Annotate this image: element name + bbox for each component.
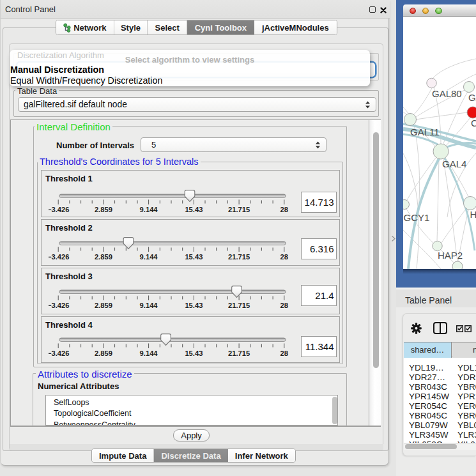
svg-text:GAL4: GAL4 <box>442 158 466 169</box>
svg-text:−3.426: −3.426 <box>49 349 69 357</box>
svg-text:28: 28 <box>280 253 288 261</box>
svg-text:21.715: 21.715 <box>228 206 250 213</box>
svg-text:9.144: 9.144 <box>140 206 158 213</box>
svg-text:15.43: 15.43 <box>185 301 203 309</box>
svg-text:21.715: 21.715 <box>228 349 250 357</box>
svg-text:2.859: 2.859 <box>95 301 112 309</box>
svg-text:21.715: 21.715 <box>228 253 250 261</box>
svg-text:GAL11: GAL11 <box>410 127 440 137</box>
svg-text:GAL80: GAL80 <box>468 92 476 103</box>
svg-text:15.43: 15.43 <box>185 349 203 357</box>
svg-text:−3.426: −3.426 <box>49 301 69 309</box>
svg-text:GCY1: GCY1 <box>404 212 430 223</box>
svg-text:HAP2: HAP2 <box>438 250 463 261</box>
svg-text:−3.426: −3.426 <box>49 253 69 261</box>
svg-text:9.144: 9.144 <box>140 253 158 261</box>
svg-text:28: 28 <box>280 206 288 213</box>
svg-text:2.859: 2.859 <box>95 253 112 261</box>
svg-text:CYC8: CYC8 <box>471 118 476 128</box>
svg-text:GAL80: GAL80 <box>432 88 462 99</box>
svg-text:2.859: 2.859 <box>95 349 112 357</box>
svg-text:9.144: 9.144 <box>140 349 158 357</box>
svg-text:2.859: 2.859 <box>95 206 112 213</box>
svg-text:−3.426: −3.426 <box>49 206 69 213</box>
svg-text:21.715: 21.715 <box>228 301 250 309</box>
svg-text:28: 28 <box>280 301 288 309</box>
svg-text:15.43: 15.43 <box>185 253 203 261</box>
svg-text:HIS4: HIS4 <box>470 209 476 220</box>
svg-text:28: 28 <box>280 349 288 357</box>
svg-text:15.43: 15.43 <box>185 206 203 213</box>
svg-text:9.144: 9.144 <box>140 301 158 309</box>
